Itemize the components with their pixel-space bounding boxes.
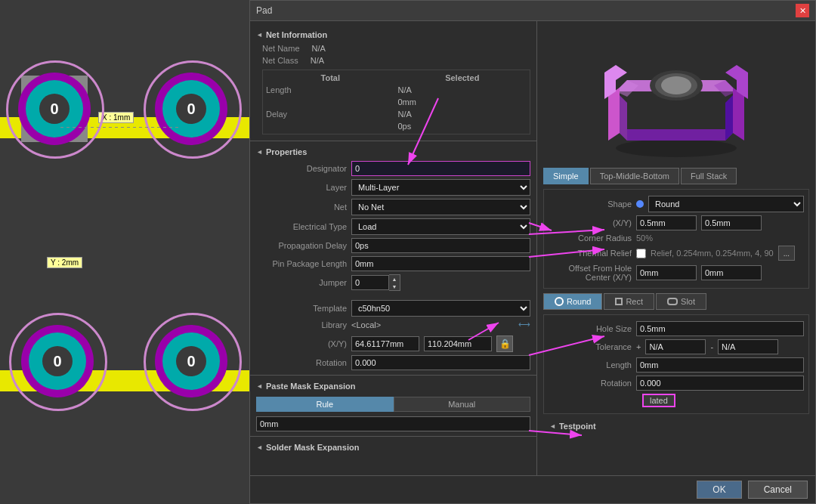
paste-mask-input-row	[250, 415, 536, 433]
round-hole-tab[interactable]: Round	[543, 293, 602, 310]
tol-plus-input[interactable]	[645, 339, 706, 354]
net-prop-label: Net	[256, 203, 347, 212]
delay-total: N/A	[398, 110, 527, 119]
rotation-row: Rotation	[250, 354, 536, 372]
library-link-icon[interactable]: ⟷	[518, 320, 530, 329]
shape-row: Shape Round	[549, 194, 804, 214]
pad-br-outer[interactable]: 0	[155, 325, 227, 397]
testpoint-label: Testpoint	[559, 422, 596, 431]
pad-bl-outer[interactable]: 0	[21, 325, 94, 397]
rotation-input[interactable]	[351, 355, 530, 370]
shape-select[interactable]: Round	[648, 196, 804, 212]
offset-x-input[interactable]	[636, 265, 697, 280]
pad-tl-hole: 0	[39, 94, 70, 124]
pad-tr-hole: 0	[176, 94, 206, 124]
plated-row: lated	[549, 392, 804, 409]
pad-bl-hole: 0	[42, 346, 73, 376]
pad-tr-label: 0	[187, 100, 195, 118]
left-panel: Net Information Net Name N/A Net Class N…	[250, 21, 537, 475]
thermal-relief-btn[interactable]: ...	[778, 246, 795, 261]
dialog-footer: OK Cancel	[250, 475, 815, 503]
ok-button[interactable]: OK	[697, 481, 741, 499]
propagation-delay-row: Propagation Delay	[250, 237, 536, 255]
tolerance-row: Tolerance + -	[549, 338, 804, 356]
dialog-title: Pad	[256, 5, 272, 16]
designator-label: Designator	[256, 164, 347, 173]
corner-radius-value: 50%	[636, 233, 653, 243]
pad-preview	[543, 27, 809, 163]
pad-tl-outer[interactable]: 0	[18, 73, 91, 145]
dialog-close-button[interactable]: ✕	[796, 4, 809, 17]
net-name-value: N/A	[312, 44, 326, 53]
full-stack-tab[interactable]: Full Stack	[681, 168, 737, 184]
jumper-label: Jumper	[256, 278, 347, 287]
rect-hole-label: Rect	[626, 297, 643, 306]
shape-radio	[636, 200, 644, 208]
electrical-type-select[interactable]: Load	[351, 218, 530, 235]
offset-y-input[interactable]	[701, 265, 762, 280]
library-row: Library <Local> ⟷	[250, 318, 536, 331]
cancel-button[interactable]: Cancel	[748, 481, 808, 499]
pad-tl-label: 0	[50, 100, 58, 118]
net-class-row: Net Class N/A	[250, 54, 536, 66]
tol-minus-input[interactable]	[718, 339, 778, 354]
paste-mask-header: Paste Mask Expansion	[250, 379, 536, 394]
rect-hole-tab[interactable]: Rect	[604, 293, 654, 310]
svg-marker-1	[616, 129, 737, 141]
thermal-relief-checkbox[interactable]	[636, 249, 646, 258]
simple-tab[interactable]: Simple	[543, 168, 589, 184]
round-hole-label: Round	[567, 297, 591, 306]
pad-tr-outer[interactable]: 0	[155, 73, 227, 145]
template-label: Template	[256, 304, 347, 313]
corner-radius-label: Corner Radius	[549, 233, 632, 243]
thermal-relief-value: Relief, 0.254mm, 0.254mm, 4, 90	[651, 249, 774, 258]
net-info-header: Net Information	[250, 27, 536, 42]
hole-rotation-input[interactable]	[636, 376, 804, 391]
delay-selected: 0ps	[398, 122, 527, 131]
offset-label: Offset From Hole Center (X/Y)	[549, 264, 632, 282]
jumper-up-btn[interactable]: ▲	[389, 275, 400, 283]
hole-size-input[interactable]	[636, 321, 804, 336]
plated-text: lated	[650, 396, 668, 405]
plated-highlight-box: lated	[642, 394, 675, 407]
tol-plus: +	[636, 342, 641, 351]
paste-mask-input[interactable]	[256, 416, 530, 431]
hole-size-row: Hole Size	[549, 320, 804, 338]
dim-y-label: Y : 2mm	[47, 257, 82, 268]
delay-label-t: Delay	[266, 110, 395, 119]
rule-tab[interactable]: Rule	[256, 397, 394, 412]
top-middle-bottom-tab[interactable]: Top-Middle-Bottom	[590, 168, 679, 184]
shape-xy-label: (X/Y)	[549, 218, 632, 227]
pad-br-hole: 0	[176, 346, 206, 376]
layer-select[interactable]: Multi-Layer	[351, 179, 530, 196]
template-select[interactable]: c50hn50	[351, 300, 530, 317]
xy-position-row: (X/Y) 🔒	[250, 334, 536, 354]
jumper-input[interactable]	[351, 275, 389, 290]
shape-xy-row: (X/Y)	[549, 214, 804, 232]
designator-input[interactable]	[351, 161, 530, 176]
svg-point-7	[661, 76, 691, 94]
shape-y-input[interactable]	[701, 215, 762, 230]
library-label: Library	[256, 320, 347, 329]
manual-tab[interactable]: Manual	[394, 397, 531, 412]
net-row: Net No Net	[250, 197, 536, 217]
layer-row: Layer Multi-Layer	[250, 178, 536, 197]
length-label-t: Length	[266, 85, 395, 94]
shape-x-input[interactable]	[636, 215, 697, 230]
lock-button[interactable]: 🔒	[496, 335, 513, 352]
dim-x-label: X : 1mm	[98, 112, 134, 123]
propagation-delay-input[interactable]	[351, 238, 530, 253]
designator-row: Designator	[250, 159, 536, 178]
solder-mask-header: Solder Mask Expansion	[250, 440, 536, 455]
jumper-down-btn[interactable]: ▼	[389, 283, 400, 290]
net-select[interactable]: No Net	[351, 199, 530, 215]
slot-hole-tab[interactable]: Slot	[656, 293, 706, 310]
hole-rotation-label: Rotation	[549, 379, 632, 388]
net-name-row: Net Name N/A	[250, 42, 536, 54]
dim-h-line	[60, 127, 181, 128]
y-position-input[interactable]	[424, 336, 492, 351]
pin-package-length-input[interactable]	[351, 256, 530, 271]
x-position-input[interactable]	[351, 336, 419, 351]
layer-label: Layer	[256, 183, 347, 192]
hole-length-input[interactable]	[636, 357, 804, 373]
